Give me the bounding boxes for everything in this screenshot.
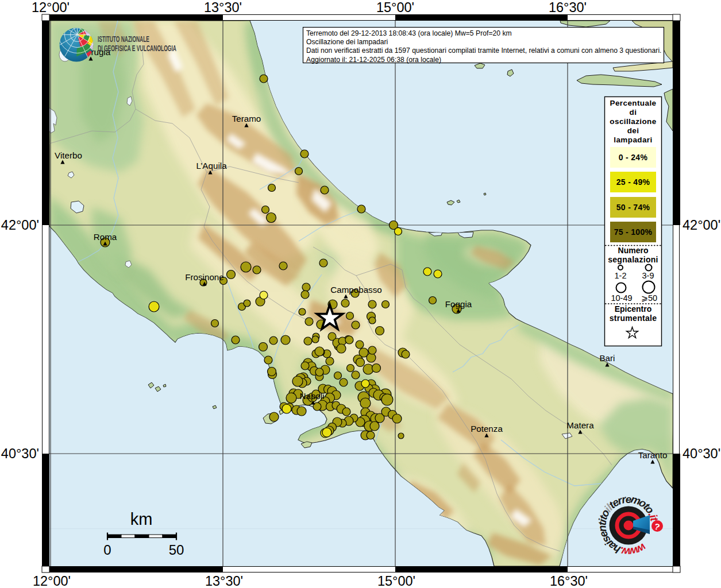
svg-text:16°30': 16°30' [550,574,588,588]
svg-text:Numero: Numero [618,246,649,255]
svg-text:Roma: Roma [94,232,117,242]
svg-text:12°00': 12°00' [33,574,71,588]
svg-text:40°30': 40°30' [1,446,39,461]
svg-text:lampadari: lampadari [614,136,652,144]
svg-text:Viterbo: Viterbo [55,150,82,160]
svg-text:Dati non verificati estratti d: Dati non verificati estratti da 1597 que… [306,47,662,55]
svg-text:13°30': 13°30' [204,0,242,15]
svg-text:15°00': 15°00' [376,0,414,15]
svg-text:Epicentro: Epicentro [615,304,652,314]
svg-text:0: 0 [103,542,111,558]
svg-text:50 - 74%: 50 - 74% [616,203,650,212]
svg-text:25 - 49%: 25 - 49% [616,177,650,187]
svg-text:50: 50 [169,542,184,558]
svg-text:DI GEOFISICA E VULCANOLOGIA: DI GEOFISICA E VULCANOLOGIA [98,44,176,53]
svg-text:oscillazione: oscillazione [610,117,656,126]
svg-text:16°30': 16°30' [549,0,587,15]
svg-text:L’Aquila: L’Aquila [196,161,227,171]
svg-text:⩾50: ⩾50 [641,293,657,303]
svg-text:42°00': 42°00' [683,218,720,233]
svg-text:Napoli: Napoli [299,391,324,401]
svg-text:Percentuale: Percentuale [610,99,657,107]
svg-text:segnalazioni: segnalazioni [608,255,658,264]
svg-text:di: di [630,108,637,117]
svg-text:40°30': 40°30' [683,446,720,461]
svg-text:Frosinone: Frosinone [185,272,224,282]
svg-text:3-9: 3-9 [642,271,654,280]
svg-text:strumentale: strumentale [610,314,657,323]
svg-text:10-49: 10-49 [611,293,632,303]
svg-text:15°00': 15°00' [377,574,415,588]
svg-text:dei: dei [627,126,639,135]
svg-text:Terremoto del 29-12-2013 18:08: Terremoto del 29-12-2013 18:08:43 (ora l… [306,29,512,37]
svg-text:Aggiornato il: 21-12-2025 06:3: Aggiornato il: 21-12-2025 06:38 (ora loc… [306,56,441,64]
svg-text:Foggia: Foggia [445,299,472,309]
svg-text:Campobasso: Campobasso [330,285,382,295]
svg-text:Oscillazione dei lampadari: Oscillazione dei lampadari [306,38,388,46]
svg-text:Bari: Bari [599,353,615,363]
svg-text:Potenza: Potenza [471,424,503,434]
svg-text:42°00': 42°00' [1,218,39,233]
svg-text:ISTITUTO NAZIONALE: ISTITUTO NAZIONALE [98,35,149,44]
svg-text:75 - 100%: 75 - 100% [614,227,653,237]
svg-text:Taranto: Taranto [638,450,668,460]
svg-text:12°00': 12°00' [32,0,70,15]
svg-text:0 - 24%: 0 - 24% [619,153,648,162]
svg-text:Matera: Matera [566,420,594,430]
svg-text:km: km [130,510,153,528]
svg-text:1-2: 1-2 [615,271,627,280]
svg-text:13°30': 13°30' [205,574,243,588]
svg-text:Teramo: Teramo [232,114,261,123]
